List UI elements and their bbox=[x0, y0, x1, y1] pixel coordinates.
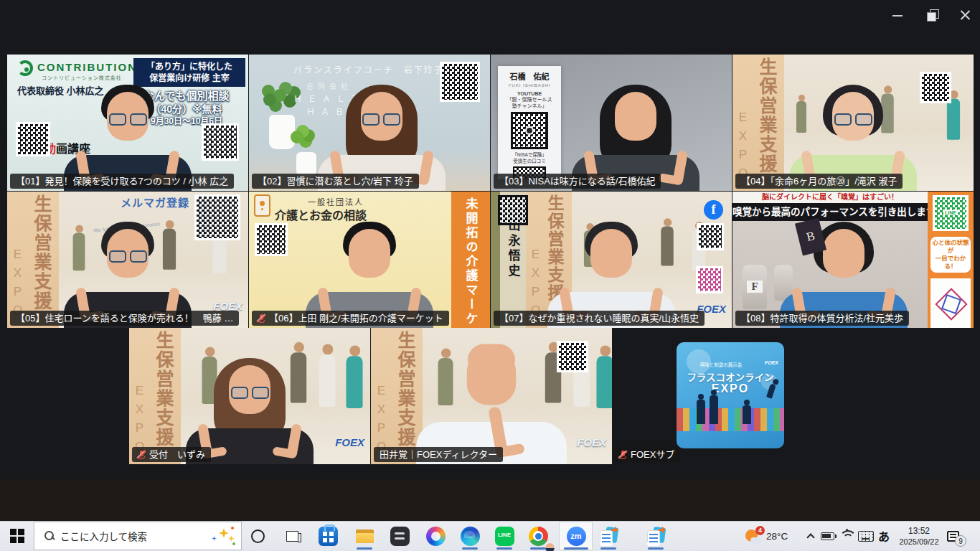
keyboard-icon bbox=[858, 531, 874, 542]
wifi-icon bbox=[839, 530, 854, 542]
taskbar-chrome[interactable] bbox=[524, 521, 552, 551]
video-tile-yamanaga[interactable]: 山永悟史 生保営業支援 EXPO f FOEX 【07】なぜか重視されない睡眠の… bbox=[491, 192, 732, 328]
qr-code bbox=[440, 62, 480, 102]
running-indicator bbox=[648, 547, 664, 550]
qr-code bbox=[697, 223, 724, 250]
battery-icon bbox=[821, 532, 834, 540]
window-restore-button[interactable] bbox=[921, 6, 943, 24]
running-indicator-active bbox=[564, 547, 588, 550]
file-explorer-icon bbox=[355, 527, 374, 546]
participant-name-label: FOEXサブ bbox=[613, 447, 680, 462]
zoom-icon: zm bbox=[567, 527, 586, 546]
expo-tagline: 興味と刺激の展示会 bbox=[677, 361, 765, 368]
company-name-ja: コントリビューション株式会社 bbox=[42, 74, 122, 81]
participant-name-label: 受付 いずみ bbox=[132, 447, 211, 462]
profile-name: 石橋 佑紀 bbox=[498, 70, 561, 82]
foex-logo: FOEX bbox=[335, 436, 364, 448]
instagram-qr-code bbox=[696, 266, 723, 293]
video-tile-takizawa-active-speaker[interactable]: 生保営業支援 EXPO 【04】「余命6ヶ月の旅⑳」/滝沢 淑子 bbox=[732, 55, 974, 191]
running-indicator bbox=[357, 547, 372, 550]
taskbar-search-input[interactable]: ここに入力して検索 bbox=[34, 522, 242, 550]
task-view-button[interactable] bbox=[281, 521, 303, 551]
weather-alert-badge: 4 bbox=[755, 526, 765, 535]
muted-mic-icon bbox=[258, 314, 265, 324]
coach-title: バランスライフコーチ 岩下玲子 bbox=[293, 63, 444, 75]
profile-name-en: YUKI ISHIBASHI bbox=[498, 83, 561, 88]
edge-icon bbox=[461, 527, 480, 546]
participant-video bbox=[402, 337, 580, 464]
copilot-sparkle-icon[interactable] bbox=[211, 527, 235, 545]
tray-temperature[interactable]: 28°C bbox=[766, 521, 788, 551]
participant-name-label: 田井覚｜FOEXディレクター bbox=[374, 447, 503, 462]
taskbar-line[interactable]: LINE bbox=[490, 521, 519, 551]
wps-arrow-icon bbox=[611, 527, 618, 534]
expo-banner-text: 生保営業支援 bbox=[151, 331, 176, 447]
microsoft-store-icon bbox=[319, 527, 338, 546]
video-tile-reception-izumi[interactable]: 生保営業支援 EXPO FOEX 受付 いずみ bbox=[129, 328, 370, 464]
tray-battery[interactable] bbox=[821, 521, 834, 551]
expo-thumbnail-image: 興味と刺激の展示会 FOEX フラスコオンライン EXPO bbox=[677, 342, 784, 448]
tray-notification-center[interactable]: 9 bbox=[947, 521, 959, 551]
zoom-gallery-screen: CONTRIBUTION コントリビューション株式会社 代表取締役 小林広之 「… bbox=[0, 0, 980, 551]
cortana-button[interactable] bbox=[247, 521, 268, 551]
taskbar-copilot[interactable] bbox=[421, 521, 450, 551]
desktop-strip bbox=[0, 479, 980, 521]
tray-ime-mode[interactable]: あ bbox=[878, 521, 890, 551]
participant-name-label: 【06】上田 剛之/未開拓の介護マーケット bbox=[252, 311, 449, 326]
mail-magazine-text: メルマガ登録 bbox=[121, 194, 189, 209]
video-tile-kobayashi[interactable]: CONTRIBUTION コントリビューション株式会社 代表取締役 小林広之 「… bbox=[7, 55, 248, 191]
body-analysis-chart bbox=[930, 278, 971, 328]
qr-code bbox=[920, 72, 951, 103]
video-tile-kamofuji[interactable]: 生保営業支援 EXPO メルマガ登録 We fully support life… bbox=[7, 192, 248, 328]
miniature-figure bbox=[595, 345, 612, 409]
association-emblem-icon bbox=[254, 194, 270, 217]
running-indicator bbox=[600, 547, 616, 550]
silhouette-figure bbox=[743, 405, 751, 424]
taskbar-utility-app[interactable] bbox=[385, 521, 414, 551]
chrome-icon bbox=[529, 527, 548, 546]
notification-count-badge: 9 bbox=[955, 535, 966, 547]
video-tile-foex-sub[interactable]: 興味と刺激の展示会 FOEX フラスコオンライン EXPO FOEXサブ bbox=[613, 328, 800, 464]
participant-name-label: 【08】特許取得の体質分析法/社元美歩 bbox=[735, 311, 909, 326]
line-label: LINE bbox=[943, 210, 958, 215]
taskbar-microsoft-store[interactable] bbox=[314, 521, 342, 551]
miniature-figure bbox=[345, 345, 364, 409]
muted-mic-icon bbox=[138, 450, 146, 460]
video-tile-shamoto[interactable]: 脳にダイレクトに届く「嗅覚」はすごい！ 嗅覚から最高のパフォーマンスを引き出しま… bbox=[732, 192, 974, 328]
window-minimize-button[interactable] bbox=[887, 7, 908, 24]
participant-name-label: 【01】発見！保険を受け取る7つのコツ / 小林 広之 bbox=[10, 174, 234, 189]
task-view-icon bbox=[286, 531, 298, 542]
participant-name-label: 【02】習慣に潜む落とし穴/岩下 玲子 bbox=[252, 174, 419, 189]
taskbar-zoom[interactable]: zm bbox=[562, 521, 590, 551]
taskbar-edge[interactable] bbox=[456, 521, 484, 551]
video-tile-ishibashi[interactable]: 石橋 佑紀 YUKI ISHIBASHI YOUTUBE 「脱・保険セールス 塾… bbox=[491, 55, 732, 191]
line-panel: LINE 心と体の状態が 一目でわかる！ bbox=[928, 192, 974, 328]
search-placeholder-text: ここに入力して検索 bbox=[60, 529, 211, 543]
facebook-icon: f bbox=[704, 200, 723, 220]
search-icon bbox=[44, 531, 55, 541]
taskbar-file-explorer[interactable] bbox=[350, 521, 379, 551]
qr-code bbox=[557, 341, 588, 372]
video-tile-iwashita[interactable]: バランスライフコーチ 岩下玲子 合同会社 ＨＥＡＬＴＨＹ ＨＡＢＩＴ 【02】習… bbox=[249, 55, 490, 191]
youtube-qr-code bbox=[511, 112, 548, 149]
wps-office-icon bbox=[646, 527, 666, 546]
video-tile-ueda[interactable]: 一般社団法人 介護とお金の相談 未開拓の介護マーケット 【06】上田 剛之/未開… bbox=[249, 192, 490, 328]
taskbar-wps-office-1[interactable] bbox=[594, 521, 623, 551]
tray-clock[interactable]: 13:52 2025/09/22 bbox=[895, 521, 943, 551]
tray-weather-widget[interactable]: 4 bbox=[745, 521, 762, 551]
video-tile-tai-foex-director[interactable]: 生保営業支援 EXPO FOEX 田井覚｜FOEXディレクター bbox=[371, 328, 612, 464]
tray-touch-keyboard[interactable] bbox=[858, 521, 874, 551]
tray-show-hidden-icons[interactable] bbox=[805, 521, 816, 551]
speech-bubble: 心と体の状態が 一目でわかる！ bbox=[930, 237, 971, 273]
chrome-profile-avatar bbox=[545, 542, 555, 551]
headline-small: 脳にダイレクトに届く「嗅覚」はすごい！ bbox=[732, 192, 928, 203]
tray-network[interactable] bbox=[839, 521, 854, 551]
window-close-button[interactable] bbox=[954, 6, 976, 24]
foex-logo: FOEX bbox=[577, 436, 606, 448]
side-banner: 未開拓の介護マーケット bbox=[451, 192, 490, 328]
qr-code bbox=[16, 122, 50, 156]
qr-code bbox=[498, 195, 528, 225]
headline-main: 嗅覚から最高のパフォーマンスを引き出します bbox=[732, 203, 928, 221]
taskbar-wps-office-2[interactable] bbox=[641, 521, 670, 551]
start-button[interactable] bbox=[4, 521, 30, 551]
